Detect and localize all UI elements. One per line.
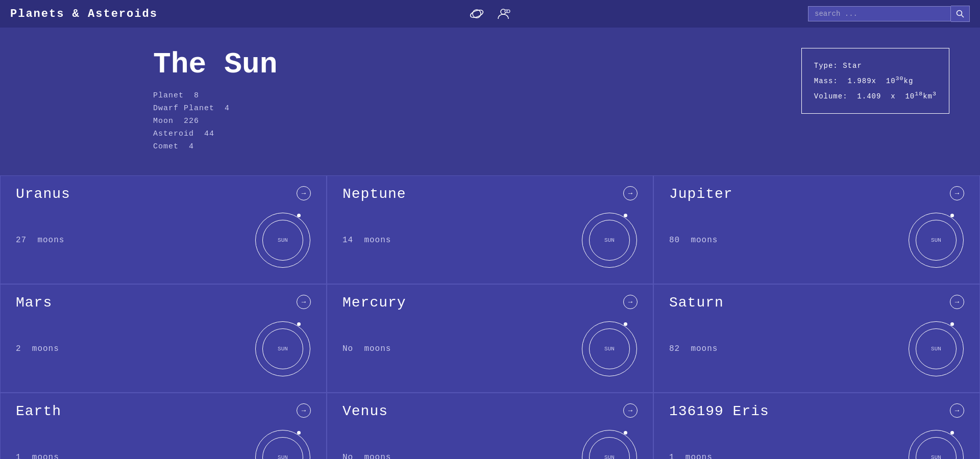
info-volume: Volume: 1.409 x 1018km3 (814, 88, 937, 104)
moon-count-eris: 1 moons (669, 453, 713, 459)
planet-name-venus: Venus (342, 403, 388, 419)
planet-card-earth[interactable]: Earth → 1 moons SUN (0, 393, 327, 459)
orbit-diagram-saturn: SUN (908, 321, 964, 377)
moon-count-jupiter: 80 moons (669, 236, 718, 245)
hero-content: The Sun Planet 8 Dwarf Planet 4 Moon 226… (153, 48, 278, 151)
planet-name-eris: 136199 Eris (669, 403, 769, 419)
planet-card-mercury[interactable]: Mercury → No moons SUN (327, 284, 653, 393)
planet-nav-icon[interactable] (469, 6, 485, 22)
info-type: Type: Star (814, 59, 937, 73)
planet-name-mars: Mars (16, 295, 52, 311)
planet-card-uranus[interactable]: Uranus → 27 moons SUN (0, 175, 327, 284)
arrow-icon-mars[interactable]: → (297, 295, 311, 309)
orbit-diagram-jupiter: SUN (908, 212, 964, 268)
hero-section: The Sun Planet 8 Dwarf Planet 4 Moon 226… (0, 28, 980, 175)
hero-info-box: Type: Star Mass: 1.989x 1030kg Volume: 1… (801, 48, 949, 114)
moon-count-uranus: 27 moons (16, 236, 64, 245)
search-container (808, 6, 970, 22)
moon-count-venus: No moons (342, 453, 391, 459)
moon-count-mars: 2 moons (16, 344, 59, 353)
planet-name-jupiter: Jupiter (669, 186, 733, 202)
arrow-icon-saturn[interactable]: → (950, 295, 964, 309)
user-nav-icon[interactable] (495, 6, 511, 22)
arrow-icon-neptune[interactable]: → (623, 186, 638, 200)
planet-name-neptune: Neptune (342, 186, 406, 202)
arrow-icon-earth[interactable]: → (297, 403, 311, 418)
orbit-diagram-eris: SUN (908, 429, 964, 459)
arrow-icon-venus[interactable]: → (623, 403, 638, 418)
orbit-diagram-uranus: SUN (255, 212, 311, 268)
planet-card-eris[interactable]: 136199 Eris → 1 moons SUN (653, 393, 980, 459)
search-input[interactable] (808, 6, 951, 21)
moon-count-mercury: No moons (342, 344, 391, 353)
info-mass: Mass: 1.989x 1030kg (814, 73, 937, 88)
stat-comet: Comet 4 (153, 142, 278, 151)
header-icons (469, 6, 511, 22)
hero-title: The Sun (153, 48, 278, 81)
svg-point-4 (507, 10, 510, 13)
planet-card-venus[interactable]: Venus → No moons SUN (327, 393, 653, 459)
moon-count-saturn: 82 moons (669, 344, 718, 353)
stat-moon: Moon 226 (153, 117, 278, 125)
planet-card-mars[interactable]: Mars → 2 moons SUN (0, 284, 327, 393)
orbit-diagram-mars: SUN (255, 321, 311, 377)
stat-asteroid: Asteroid 44 (153, 130, 278, 138)
planet-card-neptune[interactable]: Neptune → 14 moons SUN (327, 175, 653, 284)
arrow-icon-uranus[interactable]: → (297, 186, 311, 200)
svg-point-5 (957, 11, 962, 16)
hero-stats: Planet 8 Dwarf Planet 4 Moon 226 Asteroi… (153, 91, 278, 151)
orbit-diagram-venus: SUN (581, 429, 638, 459)
planet-name-saturn: Saturn (669, 295, 724, 311)
arrow-icon-jupiter[interactable]: → (950, 186, 964, 200)
stat-dwarf-planet: Dwarf Planet 4 (153, 104, 278, 113)
app-header: Planets & Asteroids (0, 0, 980, 28)
orbit-diagram-earth: SUN (255, 429, 311, 459)
planet-name-mercury: Mercury (342, 295, 406, 311)
stat-planet: Planet 8 (153, 91, 278, 100)
svg-point-1 (470, 9, 484, 19)
app-title: Planets & Asteroids (10, 8, 158, 20)
moon-count-earth: 1 moons (16, 453, 59, 459)
arrow-icon-mercury[interactable]: → (623, 295, 638, 309)
planet-card-saturn[interactable]: Saturn → 82 moons SUN (653, 284, 980, 393)
arrow-icon-eris[interactable]: → (950, 403, 964, 418)
moon-count-neptune: 14 moons (342, 236, 391, 245)
orbit-diagram-mercury: SUN (581, 321, 638, 377)
orbit-diagram-neptune: SUN (581, 212, 638, 268)
svg-line-6 (962, 15, 964, 18)
planet-name-uranus: Uranus (16, 186, 70, 202)
planet-name-earth: Earth (16, 403, 61, 419)
search-button[interactable] (951, 6, 970, 22)
planet-card-jupiter[interactable]: Jupiter → 80 moons SUN (653, 175, 980, 284)
planet-grid: Uranus → 27 moons SUN Neptune → 14 moons… (0, 175, 980, 459)
